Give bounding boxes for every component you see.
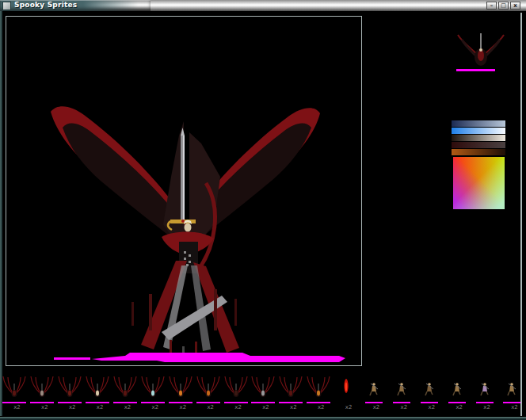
filmstrip-frame-13[interactable]: x2 (333, 374, 360, 415)
filmstrip-frame-17[interactable]: x2 (443, 374, 471, 415)
filmstrip-frame-6[interactable]: x2 (139, 374, 166, 415)
frame-scale-label: x2 (396, 404, 408, 410)
filmstrip-frame-4[interactable]: x2 (84, 374, 112, 415)
filmstrip-frame-16[interactable]: x2 (415, 374, 443, 415)
palette-strip-steel-blue[interactable] (452, 120, 505, 127)
preview-sprite (452, 27, 510, 71)
frame-ground-line (113, 402, 137, 403)
filmstrip-frame-10[interactable]: x2 (250, 374, 277, 415)
frame-scale-label: x2 (147, 404, 159, 410)
frame-scale-label: x2 (9, 404, 21, 410)
frame-scale-label: x2 (285, 404, 297, 410)
frame-ground-line (334, 402, 358, 403)
filmstrip-frame-12[interactable]: x2 (305, 374, 333, 415)
palette-strip-maroon-gray[interactable] (452, 142, 505, 148)
frame-ground-line (2, 402, 26, 403)
sprite-ground-line-left (54, 357, 90, 360)
filmstrip-frame-11[interactable]: x2 (277, 374, 305, 415)
filmstrip-frame-18[interactable]: x2 (471, 374, 498, 415)
palette-strips (452, 120, 505, 156)
palette-strip-brown-white[interactable] (452, 135, 505, 141)
frame-scale-label: x2 (64, 404, 76, 410)
frame-ground-line (141, 402, 165, 403)
color-picker-gradient[interactable] (453, 157, 505, 209)
frame-ground-line (503, 402, 520, 403)
frame-scale-label: x2 (424, 404, 436, 410)
frame-ground-line (251, 402, 275, 403)
frame-ground-line (476, 402, 494, 403)
sprite-wing-red-edges (51, 106, 320, 245)
frame-scale-label: x2 (120, 404, 132, 410)
frame-scale-label: x2 (230, 404, 242, 410)
frame-ground-line (58, 402, 82, 403)
frame-ground-line (393, 402, 410, 403)
close-button[interactable]: x (510, 2, 520, 10)
palette-strip-amber-brown[interactable] (452, 149, 505, 155)
titlebar[interactable]: Spooky Sprites – □ x (0, 0, 526, 11)
frame-scale-label: x2 (36, 404, 48, 410)
frame-ground-line (279, 402, 303, 403)
filmstrip-frame-15[interactable]: x2 (387, 374, 415, 415)
frame-scale-label: x2 (478, 404, 490, 410)
preview-ground-line (456, 69, 495, 71)
frame-scale-label: x2 (257, 404, 269, 410)
main-sprite (6, 17, 361, 365)
sprite-lower-drapes (132, 261, 239, 356)
window-border-left (0, 11, 2, 420)
frame-scale-label: x2 (506, 404, 518, 410)
frame-scale-label: x2 (368, 404, 380, 410)
frame-ground-line (448, 402, 466, 403)
frame-scale-label: x2 (202, 404, 214, 410)
window-title: Spooky Sprites (14, 1, 77, 9)
minimize-button[interactable]: – (486, 2, 497, 10)
maximize-button[interactable]: □ (498, 2, 509, 10)
filmstrip-frame-5[interactable]: x2 (112, 374, 139, 415)
palette-strip-blue-white[interactable] (452, 128, 505, 134)
filmstrip-frame-1[interactable]: x2 (1, 374, 29, 415)
filmstrip-frame-7[interactable]: x2 (166, 374, 194, 415)
frame-ground-line (196, 402, 220, 403)
filmstrip-frame-3[interactable]: x2 (56, 374, 84, 415)
frame-scale-label: x2 (313, 404, 325, 410)
frame-ground-line (30, 402, 54, 403)
frame-scale-label: x2 (341, 404, 353, 410)
frame-scale-label: x2 (174, 404, 186, 410)
app-window: Spooky Sprites – □ x (0, 0, 526, 420)
frame-ground-line (421, 402, 438, 403)
window-controls: – □ x (486, 2, 520, 10)
filmstrip-frame-9[interactable]: x2 (222, 374, 250, 415)
window-menu-icon[interactable] (2, 2, 11, 10)
frame-ground-line (86, 402, 109, 403)
frame-scale-label: x2 (451, 404, 463, 410)
filmstrip-frame-2[interactable]: x2 (29, 374, 56, 415)
filmstrip-frame-19[interactable]: x2 (498, 374, 526, 415)
filmstrip-frame-8[interactable]: x2 (194, 374, 222, 415)
animation-preview (452, 27, 510, 71)
sprite-ground-line (92, 353, 345, 362)
window-border-bottom (0, 416, 526, 420)
sprite-canvas[interactable] (6, 16, 362, 366)
window-border-right (520, 13, 522, 416)
frame-ground-line (169, 402, 192, 403)
frame-ground-line (365, 402, 383, 403)
frame-ground-line (224, 402, 248, 403)
filmstrip-frame-14[interactable]: x2 (360, 374, 388, 415)
frame-scale-label: x2 (92, 404, 104, 410)
frame-ground-line (307, 402, 330, 403)
frame-filmstrip: x2 x2 x2 x2 x2 (1, 374, 525, 415)
